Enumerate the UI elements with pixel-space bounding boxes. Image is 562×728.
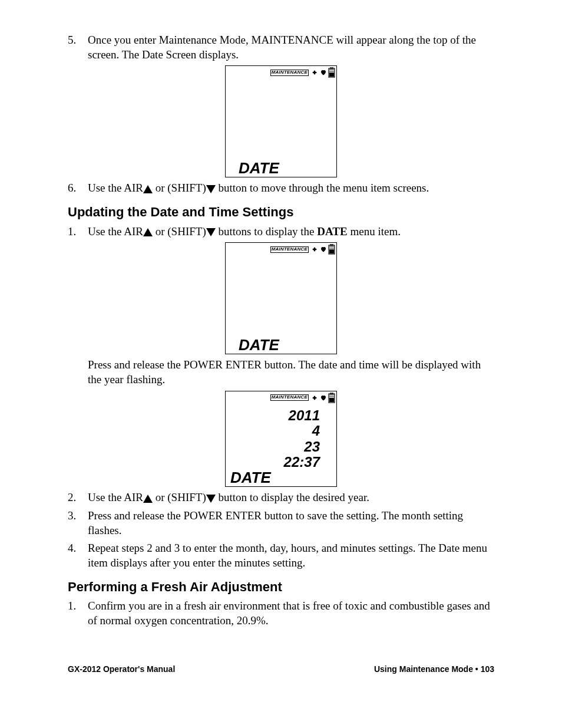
down-triangle-icon — [206, 228, 216, 236]
text-mid: or (SHIFT) — [153, 225, 206, 238]
fan-icon — [310, 68, 319, 77]
heart-icon — [320, 394, 327, 401]
list-body: Press and release the POWER ENTER button… — [88, 509, 494, 538]
maintenance-label: MAINTENANCE — [270, 394, 309, 401]
list-number: 4. — [68, 541, 88, 570]
list-item-s1-4: 4. Repeat steps 2 and 3 to enter the mon… — [68, 541, 494, 570]
footer-left: GX-2012 Operator's Manual — [68, 664, 175, 674]
text-mid: or (SHIFT) — [153, 182, 206, 194]
up-triangle-icon — [143, 228, 153, 236]
list-item-6: 6. Use the AIR or (SHIFT) button to move… — [68, 181, 494, 196]
list-number: 1. — [68, 599, 88, 628]
text-bold: DATE — [317, 225, 347, 238]
list-item-5: 5. Once you enter Maintenance Mode, MAIN… — [68, 33, 494, 62]
value-month: 4 — [226, 423, 320, 439]
list-body: Press and release the POWER ENTER button… — [88, 358, 494, 387]
list-item-s1-2: 2. Use the AIR or (SHIFT) button to disp… — [68, 490, 494, 505]
screen-footer-label: DATE — [226, 160, 336, 177]
text-post: button to display the desired year. — [216, 491, 369, 503]
heading-updating-date: Updating the Date and Time Settings — [68, 204, 494, 221]
footer-right: Using Maintenance Mode • 103 — [374, 664, 494, 674]
list-number: 6. — [68, 181, 88, 196]
list-body: Once you enter Maintenance Mode, MAINTEN… — [88, 33, 494, 62]
screen-body — [226, 255, 336, 337]
screen-figure-1: MAINTENANCE DATE — [68, 65, 494, 177]
device-screen: MAINTENANCE DATE — [225, 242, 337, 354]
text-pre: Use the AIR — [88, 182, 143, 194]
text-pre: Use the AIR — [88, 225, 143, 238]
list-body: Confirm you are in a fresh air environme… — [88, 599, 494, 628]
text-post2: menu item. — [348, 225, 401, 238]
svg-rect-8 — [329, 398, 334, 402]
screen-header: MAINTENANCE — [226, 243, 336, 255]
screen-header: MAINTENANCE — [226, 66, 336, 78]
battery-icon — [328, 67, 335, 78]
list-item-s1-1: 1. Use the AIR or (SHIFT) buttons to dis… — [68, 225, 494, 239]
list-number: 1. — [68, 225, 88, 239]
list-body: Use the AIR or (SHIFT) button to display… — [88, 490, 494, 505]
list-item-s1-3: 3. Press and release the POWER ENTER but… — [68, 509, 494, 538]
list-number: 5. — [68, 33, 88, 62]
svg-rect-2 — [329, 73, 334, 77]
screen-figure-2: MAINTENANCE DATE — [68, 242, 494, 354]
heart-icon — [320, 246, 327, 253]
list-body: Use the AIR or (SHIFT) button to move th… — [88, 181, 494, 196]
text-post: button to move through the menu item scr… — [216, 182, 429, 194]
screen-values: 2011 4 23 22:37 — [226, 403, 336, 470]
page-footer: GX-2012 Operator's Manual Using Maintena… — [68, 664, 494, 674]
screen-body — [226, 78, 336, 160]
text-post: buttons to display the — [216, 225, 318, 238]
value-time: 22:37 — [226, 454, 320, 470]
device-screen: MAINTENANCE 2011 4 23 22:37 DATE — [225, 391, 337, 487]
down-triangle-icon — [206, 185, 216, 193]
fan-icon — [310, 245, 319, 253]
value-day: 23 — [226, 439, 320, 454]
list-number: 3. — [68, 509, 88, 538]
battery-icon — [328, 393, 335, 403]
device-screen: MAINTENANCE DATE — [225, 65, 337, 177]
maintenance-label: MAINTENANCE — [270, 246, 309, 253]
heart-icon — [320, 69, 327, 76]
maintenance-label: MAINTENANCE — [270, 70, 309, 76]
text-mid: or (SHIFT) — [153, 491, 206, 503]
fan-icon — [310, 394, 319, 402]
list-number-empty — [68, 358, 88, 387]
screen-footer-label: DATE — [226, 337, 336, 354]
list-body: Repeat steps 2 and 3 to enter the month,… — [88, 541, 494, 570]
battery-icon — [328, 244, 335, 255]
svg-rect-5 — [329, 249, 334, 253]
screen-figure-3: MAINTENANCE 2011 4 23 22:37 DATE — [68, 391, 494, 487]
list-item-s1-1b: Press and release the POWER ENTER button… — [68, 358, 494, 387]
list-item-s2-1: 1. Confirm you are in a fresh air enviro… — [68, 599, 494, 628]
text-pre: Use the AIR — [88, 491, 143, 503]
up-triangle-icon — [143, 495, 153, 503]
up-triangle-icon — [143, 185, 153, 193]
value-year: 2011 — [226, 408, 320, 423]
heading-fresh-air: Performing a Fresh Air Adjustment — [68, 579, 494, 596]
screen-header: MAINTENANCE — [226, 391, 336, 403]
down-triangle-icon — [206, 495, 216, 503]
screen-footer-label: DATE — [226, 470, 336, 486]
list-body: Use the AIR or (SHIFT) buttons to displa… — [88, 225, 494, 239]
list-number: 2. — [68, 490, 88, 505]
